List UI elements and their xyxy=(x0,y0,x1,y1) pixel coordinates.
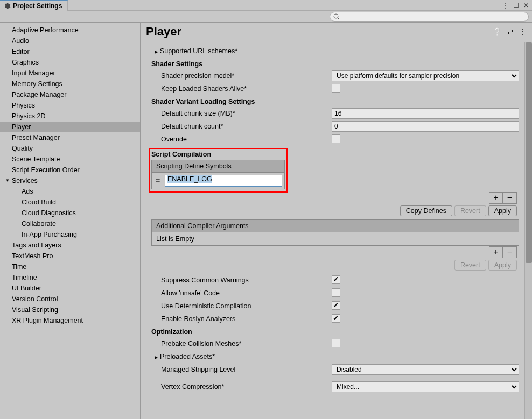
vertex-compression-select[interactable]: Mixed... xyxy=(332,381,519,392)
sidebar-item-time[interactable]: Time xyxy=(0,261,140,272)
sidebar-item-cloud-build[interactable]: Cloud Build xyxy=(0,197,140,208)
shader-precision-label: Shader precision model* xyxy=(151,72,332,80)
sidebar-item-physics-2d[interactable]: Physics 2D xyxy=(0,111,140,122)
suppress-warnings-checkbox[interactable] xyxy=(332,275,340,284)
roslyn-label: Enable Roslyn Analyzers xyxy=(151,315,332,323)
search-input[interactable] xyxy=(330,12,529,22)
page-title: Player xyxy=(146,25,181,39)
sidebar-item-cloud-diagnostics[interactable]: Cloud Diagnostics xyxy=(0,208,140,218)
add-define-button[interactable]: + xyxy=(489,192,503,204)
stripping-label: Managed Stripping Level xyxy=(151,366,332,373)
deterministic-checkbox[interactable] xyxy=(332,301,340,310)
sidebar-item-in-app-purchasing[interactable]: In-App Purchasing xyxy=(0,229,140,240)
menu-icon[interactable]: ⋮ xyxy=(502,2,509,9)
scrollbar-thumb[interactable] xyxy=(526,42,532,263)
sidebar-item-script-execution-order[interactable]: Script Execution Order xyxy=(0,165,140,175)
args-revert-button[interactable]: Revert xyxy=(454,260,486,271)
sidebar-item-physics[interactable]: Physics xyxy=(0,100,140,111)
close-icon[interactable]: ✕ xyxy=(523,2,529,9)
chunk-count-input[interactable] xyxy=(332,121,519,132)
sidebar-item-player[interactable]: Player xyxy=(0,122,140,132)
window-title: Project Settings xyxy=(13,2,62,10)
script-compilation-header: Script Compilation xyxy=(151,151,285,160)
roslyn-checkbox[interactable] xyxy=(332,314,340,323)
optimization-header: Optimization xyxy=(151,325,519,337)
sidebar-item-timeline[interactable]: Timeline xyxy=(0,272,140,283)
compiler-args-header: Additional Compiler Arguments xyxy=(151,219,519,232)
sidebar-item-xr-plugin-management[interactable]: XR Plugin Management xyxy=(0,315,140,326)
sidebar-item-adaptive-performance[interactable]: Adaptive Performance xyxy=(0,25,140,35)
deterministic-label: Use Deterministic Compilation xyxy=(151,302,332,310)
sidebar-item-version-control[interactable]: Version Control xyxy=(0,294,140,304)
keep-loaded-shaders-checkbox[interactable] xyxy=(332,84,340,93)
sidebar-item-ui-builder[interactable]: UI Builder xyxy=(0,283,140,294)
sidebar-item-textmesh-pro[interactable]: TextMesh Pro xyxy=(0,251,140,261)
gear-icon xyxy=(3,2,11,10)
chunk-count-label: Default chunk count* xyxy=(151,123,332,130)
highlighted-region: Script Compilation Scripting Define Symb… xyxy=(149,148,288,193)
title-bar: Project Settings ⋮ ☐ ✕ xyxy=(0,0,532,11)
sidebar-item-tags-and-layers[interactable]: Tags and Layers xyxy=(0,240,140,251)
add-arg-button[interactable]: + xyxy=(489,246,503,258)
sidebar-item-scene-template[interactable]: Scene Template xyxy=(0,154,140,165)
window-tab[interactable]: Project Settings xyxy=(0,0,68,11)
allow-unsafe-checkbox[interactable] xyxy=(332,288,340,297)
override-label: Override xyxy=(151,136,332,143)
remove-define-button[interactable]: − xyxy=(503,192,517,204)
defines-apply-button[interactable]: Apply xyxy=(488,205,517,216)
variant-loading-header: Shader Variant Loading Settings xyxy=(151,95,519,107)
chunk-size-label: Default chunk size (MB)* xyxy=(151,110,332,117)
shader-precision-select[interactable]: Use platform defaults for sampler precis… xyxy=(332,70,519,81)
sidebar-item-graphics[interactable]: Graphics xyxy=(0,57,140,68)
preloaded-assets-foldout[interactable]: Preloaded Assets* xyxy=(151,353,332,360)
args-apply-button[interactable]: Apply xyxy=(488,260,517,271)
override-checkbox[interactable] xyxy=(332,134,340,143)
keep-loaded-shaders-label: Keep Loaded Shaders Alive* xyxy=(151,85,332,93)
vertical-scrollbar[interactable] xyxy=(524,42,532,419)
suppress-warnings-label: Suppress Common Warnings xyxy=(151,276,332,284)
prebake-checkbox[interactable] xyxy=(332,339,340,347)
sidebar-item-collaborate[interactable]: Collaborate xyxy=(0,218,140,229)
allow-unsafe-label: Allow 'unsafe' Code xyxy=(151,289,332,297)
stripping-select[interactable]: Disabled xyxy=(332,364,519,375)
sidebar-item-audio[interactable]: Audio xyxy=(0,35,140,46)
sidebar-item-quality[interactable]: Quality xyxy=(0,143,140,154)
help-icon[interactable]: ❔ xyxy=(493,27,502,36)
scripting-define-symbols-header: Scripting Define Symbols xyxy=(151,160,285,172)
sidebar-item-editor[interactable]: Editor xyxy=(0,46,140,57)
sidebar-item-services[interactable]: Services xyxy=(0,175,140,186)
sidebar-item-visual-scripting[interactable]: Visual Scripting xyxy=(0,304,140,315)
vertex-compression-label: Vertex Compression* xyxy=(151,383,332,390)
sidebar-item-package-manager[interactable]: Package Manager xyxy=(0,89,140,100)
settings-sidebar: Adaptive PerformanceAudioEditorGraphicsI… xyxy=(0,23,141,419)
define-symbol-row: = ENABLE_LOG xyxy=(154,175,282,187)
defines-revert-button[interactable]: Revert xyxy=(454,205,486,216)
sidebar-item-memory-settings[interactable]: Memory Settings xyxy=(0,79,140,89)
search-bar xyxy=(0,11,532,23)
copy-defines-button[interactable]: Copy Defines xyxy=(400,205,452,216)
context-menu-icon[interactable]: ⋮ xyxy=(519,27,527,36)
shader-settings-header: Shader Settings xyxy=(151,58,519,69)
search-icon xyxy=(333,13,340,20)
compiler-args-empty: List is Empty xyxy=(151,232,519,246)
chunk-size-input[interactable] xyxy=(332,108,519,119)
supported-url-schemes-foldout[interactable]: Supported URL schemes* xyxy=(151,47,332,55)
prebake-label: Prebake Collision Meshes* xyxy=(151,340,332,347)
sidebar-item-ads[interactable]: Ads xyxy=(0,186,140,197)
maximize-icon[interactable]: ☐ xyxy=(513,2,519,9)
player-inspector: Supported URL schemes* Shader Settings S… xyxy=(141,42,524,419)
define-symbol-input[interactable]: ENABLE_LOG xyxy=(165,175,282,187)
sidebar-item-input-manager[interactable]: Input Manager xyxy=(0,68,140,79)
remove-arg-button[interactable]: − xyxy=(503,246,517,258)
preset-icon[interactable]: ⇄ xyxy=(507,27,514,36)
sidebar-item-preset-manager[interactable]: Preset Manager xyxy=(0,132,140,143)
drag-handle-icon[interactable]: = xyxy=(154,179,162,183)
